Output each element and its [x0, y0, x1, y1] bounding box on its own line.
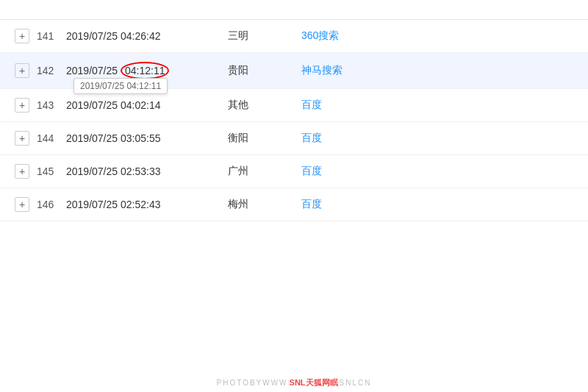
time-value: 2019/07/25 03:05:55	[66, 132, 160, 144]
expand-button[interactable]: +	[15, 197, 29, 212]
watermark: PHOTOBYWWW SNL天狐网眠 SNLCN	[217, 377, 372, 388]
data-table: +1412019/07/25 04:26:42三明360搜索+1422019/0…	[0, 0, 588, 229]
row-number: 142	[37, 65, 66, 76]
row-source-cell[interactable]: 百度	[301, 99, 390, 112]
row-region-cell: 其他	[228, 99, 301, 112]
row-region-cell: 贵阳	[228, 64, 301, 77]
row-time-cell: 2019/07/25 02:52:43	[66, 199, 228, 210]
row-time-cell: 2019/07/25 03:05:55	[66, 132, 228, 144]
row-region-cell: 三明	[228, 29, 301, 43]
row-number: 145	[37, 165, 66, 177]
table-row: +1422019/07/25 04:12:112019/07/25 04:12:…	[0, 53, 588, 89]
row-number: 143	[37, 99, 66, 111]
expand-button[interactable]: +	[15, 29, 29, 43]
row-region-cell: 衡阳	[228, 132, 301, 145]
table-row: +1452019/07/25 02:53:33广州百度	[0, 155, 588, 188]
table-row: +1412019/07/25 04:26:42三明360搜索	[0, 20, 588, 53]
table-row: +1462019/07/25 02:52:43梅州百度	[0, 188, 588, 221]
time-value: 2019/07/25 04:26:42	[66, 30, 160, 42]
time-tooltip: 2019/07/25 04:12:11	[74, 78, 168, 94]
row-time-cell: 2019/07/25 04:02:14	[66, 99, 228, 111]
row-number: 144	[37, 132, 66, 144]
expand-button[interactable]: +	[15, 98, 29, 113]
row-source-cell[interactable]: 360搜索	[301, 29, 390, 43]
rows-container: +1412019/07/25 04:26:42三明360搜索+1422019/0…	[0, 20, 588, 221]
row-time-cell: 2019/07/25 02:53:33	[66, 165, 228, 177]
time-value: 2019/07/25 04:02:14	[66, 99, 160, 111]
time-circle-highlight: 04:12:11	[121, 62, 170, 79]
expand-button[interactable]: +	[15, 164, 29, 179]
expand-button[interactable]: +	[15, 63, 29, 78]
row-source-cell[interactable]: 神马搜索	[301, 64, 390, 77]
watermark-logo: SNL天狐网眠	[290, 377, 338, 388]
row-date-part: 2019/07/25	[66, 65, 121, 76]
row-number: 146	[37, 199, 66, 210]
row-source-cell[interactable]: 百度	[301, 132, 390, 145]
time-value: 2019/07/25 02:53:33	[66, 165, 160, 177]
row-source-cell[interactable]: 百度	[301, 165, 390, 178]
row-time-cell: 2019/07/25 04:26:42	[66, 30, 228, 42]
expand-button[interactable]: +	[15, 131, 29, 146]
time-value: 2019/07/25 02:52:43	[66, 199, 160, 210]
row-region-cell: 梅州	[228, 198, 301, 211]
watermark-end-text: SNLCN	[340, 379, 372, 387]
row-number: 141	[37, 30, 66, 42]
watermark-bg-text: PHOTOBYWWW	[217, 379, 288, 387]
table-header	[0, 7, 588, 20]
row-source-cell[interactable]: 百度	[301, 198, 390, 211]
row-time-cell: 2019/07/25 04:12:112019/07/25 04:12:11	[66, 62, 228, 79]
table-row: +1442019/07/25 03:05:55衡阳百度	[0, 122, 588, 155]
row-region-cell: 广州	[228, 165, 301, 178]
